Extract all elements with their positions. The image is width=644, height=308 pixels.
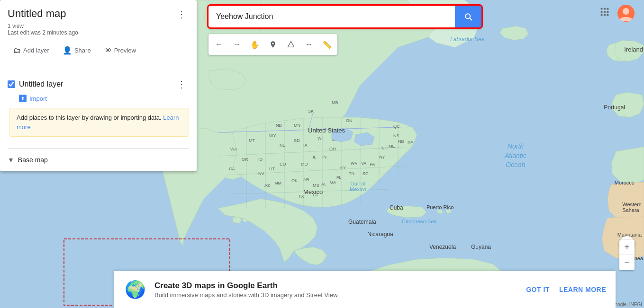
map-title: Untitled map: [8, 8, 66, 20]
svg-text:AZ: AZ: [264, 183, 270, 188]
cuba-label: Cuba: [390, 204, 403, 211]
preview-button[interactable]: 👁 Preview: [99, 43, 142, 58]
svg-text:NV: NV: [258, 171, 264, 176]
sidebar-actions: 🗂 Add layer 👤 Share 👁 Preview: [8, 43, 189, 66]
import-icon: ⬆: [19, 95, 27, 102]
svg-rect-56: [604, 14, 606, 16]
svg-rect-57: [607, 14, 609, 16]
toolbar: ← → ✋ ↔ 📏: [209, 34, 337, 55]
zoom-controls: + −: [619, 240, 635, 270]
redo-button[interactable]: →: [228, 36, 245, 53]
guatemala-label: Guatemala: [348, 219, 376, 225]
search-icon: [463, 12, 473, 21]
svg-text:OH: OH: [329, 147, 336, 151]
svg-point-59: [623, 8, 629, 15]
more-options-button[interactable]: ⋮: [174, 8, 189, 21]
banner-globe-icon: 🌍: [123, 278, 147, 301]
gulf-mexico-label: Gulf ofMexico: [350, 181, 366, 192]
svg-text:MN: MN: [294, 123, 300, 128]
svg-text:GA: GA: [330, 180, 336, 185]
import-button[interactable]: ⬆ Import: [19, 95, 189, 102]
svg-text:MS: MS: [313, 183, 319, 188]
share-button[interactable]: 👤 Share: [57, 43, 97, 58]
pan-button[interactable]: ✋: [246, 36, 263, 53]
svg-text:SD: SD: [294, 138, 300, 143]
svg-text:MO: MO: [301, 162, 308, 167]
venezuela-label: Venezuela: [429, 244, 456, 250]
nicaragua-label: Nicaragua: [367, 231, 393, 238]
svg-text:PE: PE: [408, 141, 413, 145]
us-label: United States: [308, 127, 345, 134]
svg-text:AL: AL: [321, 182, 327, 186]
undo-button[interactable]: ←: [210, 36, 227, 53]
morocco-label: Morocco: [615, 180, 635, 185]
svg-text:WI: WI: [317, 136, 323, 141]
learn-more-button[interactable]: LEARN MORE: [559, 286, 606, 293]
svg-text:QC: QC: [393, 124, 400, 129]
svg-text:IA: IA: [303, 143, 308, 148]
add-layer-button[interactable]: 🗂 Add layer: [8, 43, 55, 58]
svg-rect-54: [607, 11, 609, 13]
search-button[interactable]: [455, 6, 481, 27]
caribbean-sea-label: Caribbean Sea: [402, 219, 436, 224]
marker-icon: [269, 41, 277, 48]
svg-text:OR: OR: [242, 157, 248, 162]
banner-text: Create 3D maps in Google Earth Build imm…: [154, 281, 517, 299]
svg-rect-53: [604, 11, 606, 13]
svg-rect-55: [601, 14, 603, 16]
svg-text:CA: CA: [229, 167, 235, 171]
svg-text:IN: IN: [322, 155, 327, 159]
layer-more-button[interactable]: ⋮: [174, 78, 189, 91]
svg-text:WV: WV: [351, 161, 358, 166]
svg-text:UT: UT: [269, 167, 275, 171]
svg-marker-48: [288, 41, 294, 47]
layer-header: Untitled layer ⋮: [8, 78, 189, 91]
draw-line-button[interactable]: [282, 36, 299, 53]
banner-title: Create 3D maps in Google Earth: [154, 281, 517, 290]
add-marker-button[interactable]: [264, 36, 281, 53]
svg-rect-50: [604, 8, 606, 10]
layer-section: Untitled layer ⋮ ⬆ Import Add places to …: [8, 74, 189, 141]
western-sahara-label: WesternSahara: [622, 202, 642, 213]
layer-title-row: Untitled layer: [8, 80, 63, 88]
user-avatar[interactable]: [617, 5, 635, 22]
mexico-label: Mexico: [303, 188, 323, 195]
got-it-button[interactable]: GOT IT: [526, 286, 550, 293]
zoom-out-button[interactable]: −: [619, 255, 635, 270]
basemap-title: Base map: [18, 156, 48, 164]
search-container: [209, 6, 481, 27]
north-atlantic-label: NorthAtlanticOcean: [505, 142, 526, 170]
map-meta: 1 view Last edit was 2 minutes ago: [8, 23, 189, 36]
svg-text:NY: NY: [379, 155, 385, 159]
svg-text:NM: NM: [275, 181, 281, 185]
measure-button[interactable]: 📏: [318, 36, 336, 53]
search-input[interactable]: [209, 6, 455, 27]
svg-text:PA: PA: [370, 162, 375, 167]
portugal-label: Portugal: [604, 104, 625, 111]
layer-checkbox[interactable]: [8, 80, 15, 88]
zoom-in-button[interactable]: +: [619, 240, 635, 255]
banner-actions: GOT IT LEARN MORE: [526, 286, 606, 293]
svg-text:NE: NE: [280, 143, 286, 148]
share-icon: 👤: [63, 46, 72, 55]
banner-description: Build immersive maps and stories with 3D…: [154, 291, 517, 299]
top-right-controls: [599, 5, 635, 22]
svg-text:SC: SC: [363, 171, 369, 176]
svg-text:AR: AR: [303, 177, 309, 182]
svg-text:MB: MB: [332, 100, 338, 105]
svg-text:ID: ID: [258, 157, 263, 162]
draw-line-icon: [287, 41, 295, 48]
svg-text:NS: NS: [393, 133, 399, 138]
svg-text:TN: TN: [349, 171, 354, 176]
directions-button[interactable]: ↔: [300, 36, 317, 53]
sidebar-header: Untitled map ⋮: [8, 8, 189, 21]
svg-text:NH: NH: [381, 146, 388, 150]
sidebar: Untitled map ⋮ 1 view Last edit was 2 mi…: [0, 0, 197, 171]
basemap-toggle[interactable]: ▼: [8, 156, 14, 164]
svg-text:NB: NB: [398, 139, 404, 144]
svg-text:ME: ME: [389, 144, 395, 149]
apps-grid-icon[interactable]: [599, 7, 610, 20]
ireland-label: Ireland: [624, 46, 643, 53]
puerto-rico-label: Puerto Rico: [426, 204, 454, 210]
labrador-sea-label: Labrador Sea: [450, 36, 485, 43]
